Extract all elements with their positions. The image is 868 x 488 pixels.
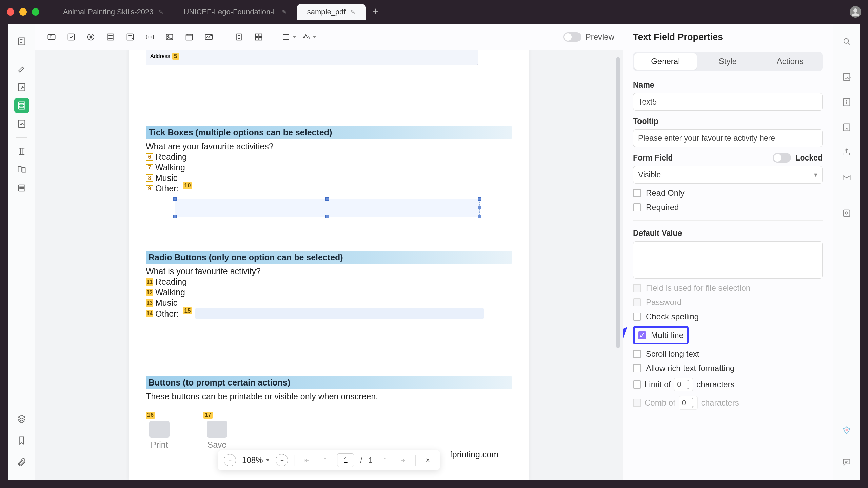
- default-value-textarea[interactable]: [633, 241, 823, 279]
- first-page-button[interactable]: ⇤: [301, 454, 313, 466]
- rename-tab-icon[interactable]: ✎: [350, 8, 355, 16]
- toggle-switch[interactable]: [563, 32, 581, 42]
- comments-icon[interactable]: [839, 455, 854, 470]
- radio-opt-2[interactable]: 13Music: [146, 298, 512, 308]
- ocr-icon[interactable]: [14, 144, 29, 159]
- radio-opt-1[interactable]: 12Walking: [146, 287, 512, 297]
- rename-tab-icon[interactable]: ✎: [158, 8, 163, 16]
- field-order-badge: 12: [146, 289, 153, 296]
- num-val: 0: [682, 398, 686, 407]
- bookmarks-icon[interactable]: [14, 433, 29, 448]
- date-tool[interactable]: [181, 29, 197, 45]
- btn-label: Save: [208, 440, 227, 450]
- rail-separator: [16, 137, 27, 138]
- next-page-button[interactable]: ˅: [379, 454, 391, 466]
- field-order-tool[interactable]: [231, 29, 247, 45]
- add-tab-button[interactable]: ＋: [369, 4, 382, 18]
- tab-style[interactable]: Style: [697, 53, 759, 70]
- info-icon[interactable]: [839, 95, 854, 110]
- radio-opt-3[interactable]: 14 Other: 15: [146, 308, 512, 319]
- radio-other-input[interactable]: [195, 308, 484, 319]
- svg-rect-23: [256, 34, 258, 36]
- zoom-in-button[interactable]: ＋: [276, 454, 288, 466]
- image-field-tool[interactable]: [161, 29, 178, 45]
- svg-rect-25: [256, 37, 258, 40]
- field-tag-17: 17: [203, 412, 213, 419]
- visibility-select[interactable]: Visible: [633, 166, 823, 184]
- security-icon[interactable]: [839, 206, 854, 221]
- scroll-long-text-checkbox[interactable]: Scroll long text: [633, 349, 823, 359]
- preview-toggle[interactable]: Preview: [563, 32, 614, 42]
- attachments-icon[interactable]: [14, 455, 29, 470]
- checkbox-label: Read Only: [646, 188, 684, 198]
- check-spelling-checkbox[interactable]: Check spelling: [633, 312, 823, 321]
- user-avatar[interactable]: [850, 6, 861, 18]
- tab-actions[interactable]: Actions: [759, 53, 821, 70]
- prev-page-button[interactable]: ˄: [319, 454, 331, 466]
- fullscreen-window-button[interactable]: [32, 8, 39, 16]
- address-field[interactable]: Address 5: [146, 50, 478, 65]
- zoom-level-dropdown[interactable]: 108%: [242, 455, 270, 465]
- tick-opt-1[interactable]: 7Walking: [146, 163, 512, 172]
- mail-icon[interactable]: [839, 170, 854, 185]
- toolbar-separator: [224, 31, 224, 43]
- read-only-checkbox[interactable]: Read Only: [633, 188, 823, 198]
- tick-opt-3[interactable]: 9 Other: 10: [146, 184, 512, 193]
- opt-label: Walking: [155, 287, 185, 297]
- tab-general[interactable]: General: [634, 53, 697, 70]
- align-tool-dropdown[interactable]: [281, 29, 297, 45]
- form-tools-icon[interactable]: [14, 98, 29, 113]
- text-field-tool[interactable]: [43, 29, 60, 45]
- doc-tab-2[interactable]: sample_pdf✎: [297, 4, 366, 20]
- svg-rect-3: [20, 104, 24, 105]
- allow-rich-text-checkbox[interactable]: Allow rich text formatting: [633, 363, 823, 373]
- compare-icon[interactable]: [14, 162, 29, 177]
- redact-icon[interactable]: [14, 181, 29, 195]
- checkbox-tool[interactable]: [63, 29, 79, 45]
- save-button[interactable]: 17 Save: [207, 412, 227, 450]
- page-number-input[interactable]: [337, 453, 354, 467]
- doc-tab-1[interactable]: UNICEF-Lego-Foundation-L✎: [174, 4, 297, 20]
- watermark-icon[interactable]: [839, 120, 854, 135]
- svg-rect-6: [18, 167, 21, 172]
- dropdown-tool[interactable]: [122, 29, 138, 45]
- ocr-panel-icon[interactable]: OCR: [839, 70, 854, 85]
- close-window-button[interactable]: [7, 8, 14, 16]
- tick-opt-2[interactable]: 8Music: [146, 173, 512, 183]
- button-tool[interactable]: [142, 29, 158, 45]
- sign-icon[interactable]: [14, 116, 29, 131]
- last-page-button[interactable]: ⇥: [397, 454, 409, 466]
- radio-opt-0[interactable]: 11Reading: [146, 277, 512, 287]
- locked-toggle[interactable]: [773, 153, 791, 163]
- right-tool-rail: OCR: [833, 24, 860, 480]
- selected-text-field[interactable]: [175, 199, 480, 217]
- thumbnails-icon[interactable]: [14, 34, 29, 49]
- limit-of-row[interactable]: Limit of 0▴▾ characters: [633, 378, 823, 391]
- search-icon[interactable]: [839, 34, 854, 49]
- doc-tab-0[interactable]: Animal Painting Skills-2023✎: [53, 4, 174, 20]
- share-icon[interactable]: [839, 145, 854, 160]
- radio-tool[interactable]: [83, 29, 99, 45]
- grid-tool[interactable]: [251, 29, 267, 45]
- application-window: Animal Painting Skills-2023✎ UNICEF-Lego…: [0, 0, 868, 488]
- zoom-out-button[interactable]: −: [224, 454, 236, 466]
- tooltip-input[interactable]: [633, 129, 823, 147]
- required-checkbox[interactable]: Required: [633, 203, 823, 212]
- minimize-window-button[interactable]: [19, 8, 27, 16]
- layers-icon[interactable]: [14, 411, 29, 426]
- limit-number-input[interactable]: 0▴▾: [674, 378, 693, 391]
- rename-tab-icon[interactable]: ✎: [282, 8, 287, 16]
- close-bar-button[interactable]: ✕: [422, 454, 434, 466]
- ai-assistant-icon[interactable]: [839, 423, 854, 438]
- print-button[interactable]: 16 Print: [149, 412, 170, 450]
- multi-line-checkbox[interactable]: ✓Multi-line: [638, 331, 684, 340]
- vertical-scrollbar[interactable]: [616, 57, 620, 473]
- highlighter-icon[interactable]: [14, 61, 29, 76]
- more-tools-dropdown[interactable]: [300, 29, 317, 45]
- tick-opt-0[interactable]: 6Reading: [146, 152, 512, 162]
- edit-text-icon[interactable]: [14, 80, 29, 95]
- signature-tool[interactable]: [201, 29, 217, 45]
- listbox-tool[interactable]: [102, 29, 119, 45]
- name-input[interactable]: [633, 93, 823, 111]
- document-canvas[interactable]: Address 5 Tick Boxes (multiple options c…: [35, 50, 623, 480]
